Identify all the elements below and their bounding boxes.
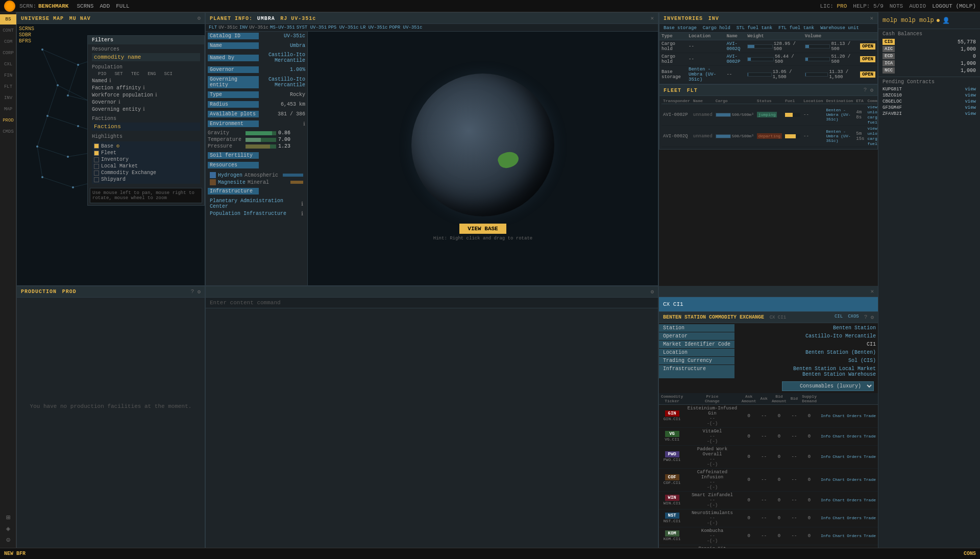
highlight-shipyard[interactable]: Shipyard: [94, 176, 198, 183]
pht-flt[interactable]: FLT: [209, 25, 217, 30]
action-info-GIN[interactable]: Info: [821, 414, 830, 418]
view-base-button[interactable]: VIEW BASE: [459, 224, 506, 234]
highlight-local-market[interactable]: Local Market: [94, 163, 198, 169]
highlight-fleet[interactable]: Fleet: [94, 150, 198, 156]
cons-button[interactable]: CONS: [964, 551, 976, 556]
sidebar-icon-2[interactable]: ◈: [0, 523, 16, 533]
sidebar-item-flt[interactable]: FLT: [0, 82, 16, 92]
inv-tab-cargo-hold[interactable]: Cargo hold: [701, 25, 732, 31]
cx-category-dropdown[interactable]: Consumables (luxury) Consumables (basic)…: [782, 381, 874, 391]
sidebar-item-cmds[interactable]: CMDS: [0, 127, 16, 137]
fleet-action-view-2[interactable]: view: [867, 126, 878, 131]
action-chart-NST[interactable]: Chart: [832, 516, 845, 520]
action-chart-KOM[interactable]: Chart: [832, 533, 845, 538]
inv-tab-base-storage[interactable]: Base storage: [662, 25, 699, 31]
fleet-action-unload-2[interactable]: unload: [867, 131, 878, 136]
pht-inv[interactable]: INV: [239, 25, 248, 30]
pht-pps[interactable]: PPS UV-351c: [328, 25, 358, 30]
filter-pio[interactable]: PIO SET TEC ENG SCI: [98, 71, 200, 77]
filter-governor[interactable]: Governor ℹ: [92, 99, 200, 106]
highlight-fleet-check[interactable]: [94, 151, 99, 156]
action-info-COF[interactable]: Info: [821, 477, 830, 482]
planet-close[interactable]: ✕: [650, 15, 654, 21]
action-chart-VG[interactable]: Chart: [832, 434, 845, 439]
new-bfr-button[interactable]: NEW BFR: [4, 551, 26, 556]
map-nav-scrns[interactable]: SCRNS: [19, 26, 34, 32]
scrns-button[interactable]: SCRNS: [77, 3, 93, 9]
sidebar-item-com[interactable]: COM: [0, 37, 16, 47]
audio-button[interactable]: AUDIO: [909, 3, 926, 9]
sidebar-item-bs[interactable]: BS: [0, 14, 16, 25]
benten-cxos[interactable]: CXOS: [848, 314, 859, 321]
action-chart-COF[interactable]: Chart: [832, 477, 845, 482]
sidebar-item-fin[interactable]: FIN: [0, 70, 16, 81]
highlight-lm-check[interactable]: [94, 164, 99, 169]
action-trade-GIN[interactable]: Trade: [864, 414, 876, 418]
filter-workforce[interactable]: Workforce population ℹ: [92, 91, 200, 99]
highlight-sy-check[interactable]: [94, 177, 99, 182]
inv-tab-stl[interactable]: STL fuel tank: [734, 25, 774, 31]
inv-tab-ftl[interactable]: FTL fuel tank: [776, 25, 816, 31]
filter-faction-affinity[interactable]: Faction affinity ℹ: [92, 84, 200, 91]
sidebar-icon-1[interactable]: ⊞: [0, 512, 16, 522]
highlight-base[interactable]: Base ⊙: [94, 142, 198, 150]
filter-factions-active[interactable]: Factions: [92, 123, 200, 131]
highlight-commodity-exchange[interactable]: Commodity Exchange: [94, 169, 198, 176]
benten-settings[interactable]: ⚙: [870, 314, 874, 321]
highlight-cx-check[interactable]: [94, 171, 99, 176]
fleet-settings[interactable]: ⚙: [870, 87, 873, 93]
action-info-WIN[interactable]: Info: [821, 498, 830, 502]
action-chart-PWO[interactable]: Chart: [832, 454, 845, 459]
inv-open-3[interactable]: OPEN: [860, 71, 875, 78]
action-orders-COF[interactable]: Orders: [847, 477, 862, 482]
pht-ms[interactable]: MS-UV-351: [270, 25, 295, 30]
commodity-table-scroll[interactable]: CommodityTicker PriceChange AskAmount As…: [659, 393, 878, 560]
action-info-NST[interactable]: Info: [821, 516, 830, 520]
user-profile-icon[interactable]: 👤: [942, 17, 950, 25]
action-trade-KOM[interactable]: Trade: [864, 533, 876, 538]
inv-open-1[interactable]: OPEN: [860, 43, 875, 50]
benten-help[interactable]: ?: [864, 314, 868, 321]
filter-governing-entity[interactable]: Governing entity ℹ: [92, 106, 200, 113]
pht-lr[interactable]: LR UV-351c: [360, 25, 387, 30]
action-trade-WIN[interactable]: Trade: [864, 498, 876, 502]
pht-syst[interactable]: SYST UV-351: [297, 25, 327, 30]
fleet-action-fuel-2[interactable]: fuel: [867, 141, 878, 146]
planet-sphere-view[interactable]: VIEW BASE Hint: Right click and drag to …: [308, 32, 658, 285]
filter-commodity[interactable]: commodity name: [92, 53, 200, 61]
action-chart-WIN[interactable]: Chart: [832, 498, 845, 502]
action-orders-WIN[interactable]: Orders: [847, 498, 862, 502]
action-orders-PWO[interactable]: Orders: [847, 454, 862, 459]
action-info-KOM[interactable]: Info: [821, 533, 830, 538]
map-nav-sdbr[interactable]: SDBR: [19, 32, 34, 38]
action-chart-GIN[interactable]: Chart: [832, 414, 845, 418]
fleet-action-view-1[interactable]: view: [867, 105, 878, 109]
action-trade-NST[interactable]: Trade: [864, 516, 876, 520]
cmd-panel-settings[interactable]: ⚙: [650, 288, 654, 295]
action-orders-NST[interactable]: Orders: [847, 516, 862, 520]
action-orders-GIN[interactable]: Orders: [847, 414, 862, 418]
sidebar-item-cxl[interactable]: CXL: [0, 59, 16, 69]
production-help[interactable]: ?: [191, 288, 194, 295]
fleet-action-fuel-1[interactable]: fuel: [867, 120, 878, 125]
highlight-base-check[interactable]: [94, 143, 99, 149]
contract-view-cbge[interactable]: view: [965, 99, 976, 104]
full-button[interactable]: FULL: [116, 3, 129, 9]
inv-tab-warehouse[interactable]: Warehouse unit: [818, 25, 861, 31]
action-trade-COF[interactable]: Trade: [864, 477, 876, 482]
map-nav-bfrs[interactable]: BFRS: [19, 38, 34, 44]
sidebar-item-corp[interactable]: CORP: [0, 48, 16, 58]
universe-map-settings[interactable]: ⚙: [197, 15, 201, 21]
sidebar-item-map[interactable]: MAP: [0, 104, 16, 114]
filter-named[interactable]: Named ℹ: [92, 77, 200, 84]
highlight-inventory[interactable]: Inventory: [94, 156, 198, 163]
fleet-action-unload-1[interactable]: unload: [867, 110, 878, 114]
add-button[interactable]: ADD: [100, 3, 110, 9]
action-info-PWO[interactable]: Info: [821, 454, 830, 459]
cmd-input[interactable]: [206, 298, 658, 308]
action-trade-VG[interactable]: Trade: [864, 434, 876, 439]
sidebar-icon-3[interactable]: ⊙: [0, 534, 16, 545]
fleet-help[interactable]: ?: [864, 87, 867, 93]
inv-close[interactable]: ✕: [870, 15, 873, 21]
action-info-VG[interactable]: Info: [821, 434, 830, 439]
